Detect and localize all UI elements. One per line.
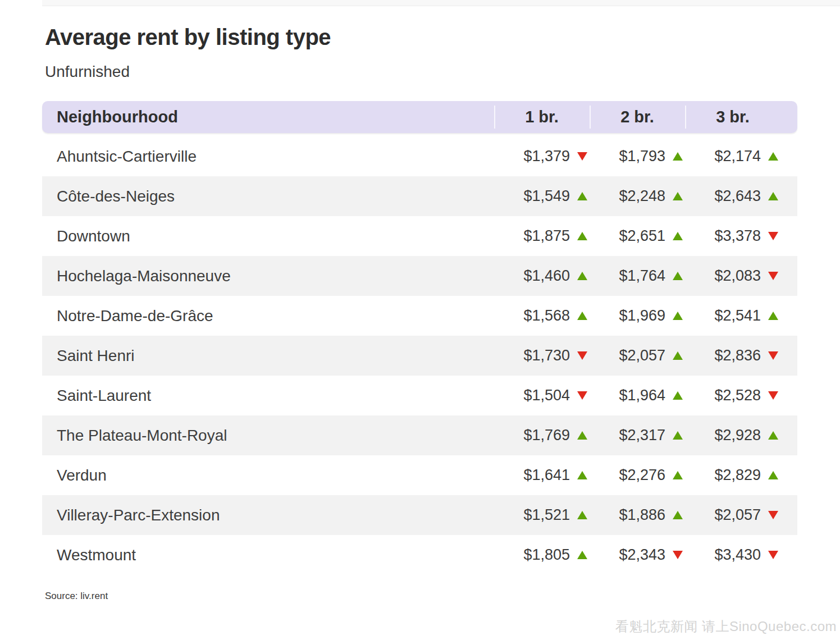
rent-1br-cell: $1,521 bbox=[494, 506, 590, 524]
rent-value: $1,504 bbox=[523, 387, 570, 404]
column-header-2br: 2 br. bbox=[590, 101, 685, 133]
column-header-3br: 3 br. bbox=[685, 101, 780, 133]
table-row: Downtown $1,875 $2,651 $3,378 bbox=[42, 216, 797, 256]
rent-3br-cell: $2,643 bbox=[685, 188, 780, 205]
column-header-neighbourhood: Neighbourhood bbox=[42, 108, 494, 126]
rent-2br-cell: $1,793 bbox=[590, 148, 685, 165]
trend-arrow-icon bbox=[768, 391, 778, 400]
trend-arrow-icon bbox=[673, 192, 683, 200]
trend-arrow-icon bbox=[768, 192, 778, 200]
rent-value: $1,764 bbox=[619, 267, 665, 285]
table-row: Saint Henri $1,730 $2,057 $2,836 bbox=[42, 336, 797, 376]
rent-value: $1,964 bbox=[619, 387, 665, 404]
trend-arrow-icon bbox=[673, 431, 683, 440]
trend-arrow-icon bbox=[673, 511, 683, 519]
rent-2br-cell: $1,764 bbox=[590, 267, 685, 285]
neighbourhood-cell: Villeray-Parc-Extension bbox=[42, 506, 494, 524]
rent-1br-cell: $1,769 bbox=[494, 427, 590, 444]
trend-arrow-icon bbox=[768, 232, 778, 240]
rent-1br-cell: $1,504 bbox=[494, 387, 590, 404]
table-header-row: Neighbourhood 1 br. 2 br. 3 br. bbox=[42, 101, 797, 133]
column-header-1br: 1 br. bbox=[494, 101, 590, 133]
neighbourhood-cell: Saint-Laurent bbox=[42, 387, 494, 405]
trend-arrow-icon bbox=[673, 232, 683, 240]
neighbourhood-cell: Hochelaga-Maisonneuve bbox=[42, 267, 494, 285]
trend-arrow-icon bbox=[577, 192, 587, 200]
rent-value: $1,641 bbox=[523, 467, 570, 484]
trend-arrow-icon bbox=[673, 312, 683, 320]
rent-1br-cell: $1,875 bbox=[494, 227, 590, 245]
rent-1br-cell: $1,568 bbox=[494, 307, 590, 324]
rent-1br-cell: $1,379 bbox=[494, 148, 590, 165]
neighbourhood-cell: Verdun bbox=[42, 467, 494, 484]
trend-arrow-icon bbox=[673, 551, 683, 559]
table-row: Côte-des-Neiges $1,549 $2,248 $2,643 bbox=[42, 176, 797, 216]
rent-value: $2,083 bbox=[714, 267, 761, 285]
rent-2br-cell: $2,057 bbox=[590, 347, 685, 364]
rent-value: $2,651 bbox=[619, 227, 665, 245]
rent-value: $1,568 bbox=[523, 307, 570, 324]
table-row: Hochelaga-Maisonneuve $1,460 $1,764 $2,0… bbox=[42, 256, 797, 296]
source-note: Source: liv.rent bbox=[45, 591, 840, 602]
trend-arrow-icon bbox=[577, 431, 587, 440]
rent-value: $2,248 bbox=[619, 188, 665, 205]
trend-arrow-icon bbox=[768, 272, 778, 280]
rent-value: $2,829 bbox=[714, 467, 761, 484]
trend-arrow-icon bbox=[577, 312, 587, 320]
rent-table: Neighbourhood 1 br. 2 br. 3 br. Ahuntsic… bbox=[42, 101, 797, 575]
rent-2br-cell: $1,969 bbox=[590, 307, 685, 324]
neighbourhood-cell: Ahuntsic-Cartierville bbox=[42, 148, 494, 166]
neighbourhood-cell: The Plateau-Mont-Royal bbox=[42, 427, 494, 445]
trend-arrow-icon bbox=[673, 471, 683, 479]
watermark-text: 看魁北克新闻 请上SinoQuebec.com bbox=[615, 618, 837, 636]
neighbourhood-cell: Downtown bbox=[42, 227, 494, 245]
rent-value: $1,730 bbox=[523, 347, 570, 364]
rent-value: $1,769 bbox=[523, 427, 570, 444]
table-row: Saint-Laurent $1,504 $1,964 $2,528 bbox=[42, 376, 797, 415]
rent-3br-cell: $2,836 bbox=[685, 347, 780, 364]
rent-2br-cell: $2,651 bbox=[590, 227, 685, 245]
rent-value: $2,528 bbox=[714, 387, 761, 404]
trend-arrow-icon bbox=[768, 551, 778, 559]
rent-value: $1,549 bbox=[523, 188, 570, 205]
trend-arrow-icon bbox=[577, 232, 587, 240]
rent-value: $1,379 bbox=[523, 148, 570, 165]
trend-arrow-icon bbox=[768, 431, 778, 440]
rent-3br-cell: $2,057 bbox=[685, 506, 780, 524]
rent-value: $2,276 bbox=[619, 467, 665, 484]
trend-arrow-icon bbox=[577, 351, 587, 360]
rent-2br-cell: $2,248 bbox=[590, 188, 685, 205]
rent-value: $2,057 bbox=[619, 347, 665, 364]
rent-2br-cell: $2,317 bbox=[590, 427, 685, 444]
rent-1br-cell: $1,805 bbox=[494, 546, 590, 564]
rent-3br-cell: $2,174 bbox=[685, 148, 780, 165]
rent-3br-cell: $2,083 bbox=[685, 267, 780, 285]
trend-arrow-icon bbox=[768, 471, 778, 479]
trend-arrow-icon bbox=[673, 272, 683, 280]
trend-arrow-icon bbox=[673, 152, 683, 161]
trend-arrow-icon bbox=[768, 511, 778, 519]
trend-arrow-icon bbox=[768, 351, 778, 360]
rent-value: $3,430 bbox=[714, 546, 761, 564]
rent-1br-cell: $1,460 bbox=[494, 267, 590, 285]
trend-arrow-icon bbox=[577, 152, 587, 161]
trend-arrow-icon bbox=[673, 351, 683, 360]
neighbourhood-cell: Notre-Dame-de-Grâce bbox=[42, 307, 494, 325]
neighbourhood-cell: Westmount bbox=[42, 546, 494, 564]
header-section: Average rent by listing type Unfurnished bbox=[0, 0, 840, 81]
rent-3br-cell: $2,541 bbox=[685, 307, 780, 324]
table-row: The Plateau-Mont-Royal $1,769 $2,317 $2,… bbox=[42, 415, 797, 455]
trend-arrow-icon bbox=[577, 551, 587, 559]
rent-3br-cell: $3,430 bbox=[685, 546, 780, 564]
top-divider bbox=[42, 0, 840, 6]
rent-value: $2,057 bbox=[714, 506, 761, 524]
rent-value: $2,928 bbox=[714, 427, 761, 444]
rent-value: $1,805 bbox=[523, 546, 570, 564]
rent-value: $2,343 bbox=[619, 546, 665, 564]
table-row: Verdun $1,641 $2,276 $2,829 bbox=[42, 455, 797, 495]
table-row: Ahuntsic-Cartierville $1,379 $1,793 $2,1… bbox=[42, 136, 797, 176]
rent-value: $2,317 bbox=[619, 427, 665, 444]
neighbourhood-cell: Côte-des-Neiges bbox=[42, 188, 494, 205]
trend-arrow-icon bbox=[673, 391, 683, 400]
trend-arrow-icon bbox=[577, 391, 587, 400]
